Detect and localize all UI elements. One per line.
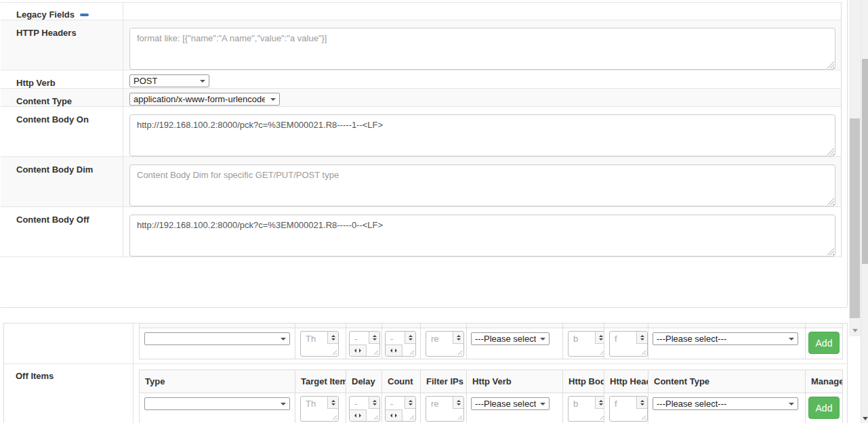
off-add-button[interactable]: Add bbox=[808, 397, 840, 419]
off-count-input[interactable]: - bbox=[385, 396, 416, 422]
on-http-body-input[interactable]: b bbox=[568, 331, 604, 357]
on-items-table: Type Target Item Delay Count Filter IPs … bbox=[139, 324, 843, 359]
http-verb-select[interactable]: POST bbox=[129, 74, 209, 87]
chevron-down-icon bbox=[789, 403, 794, 405]
spinner-updown-icon[interactable] bbox=[327, 397, 338, 409]
on-items-label bbox=[4, 324, 133, 363]
off-filter-ips-input[interactable]: re bbox=[426, 396, 464, 422]
form-row-content-body-off: Content Body Off http://192.168.100.2:80… bbox=[1, 206, 841, 257]
spinner-updown-icon[interactable] bbox=[636, 397, 647, 409]
on-add-button[interactable]: Add bbox=[808, 332, 840, 354]
spinner-updown-icon[interactable] bbox=[636, 332, 647, 344]
chevron-down-icon bbox=[200, 80, 205, 83]
resize-grip-icon[interactable] bbox=[640, 349, 646, 355]
form-row-http-headers: HTTP Headers bbox=[1, 20, 841, 70]
chevron-down-icon bbox=[789, 338, 794, 340]
on-delay-input[interactable]: - bbox=[349, 331, 380, 357]
col-http-body: Http Body bbox=[563, 370, 604, 393]
on-content-type-select[interactable]: ---Please select--- bbox=[653, 332, 798, 345]
off-items-input-row: Th - bbox=[140, 393, 843, 423]
col-manage: Manage bbox=[806, 370, 843, 393]
col-type: Type bbox=[140, 370, 295, 393]
content-type-selected-value: ---Please select--- bbox=[657, 399, 726, 409]
resize-grip-icon[interactable] bbox=[408, 414, 414, 420]
collapse-minus-icon[interactable] bbox=[80, 14, 89, 16]
count-placeholder: - bbox=[390, 399, 393, 409]
http-verb-selected-value: POST bbox=[133, 76, 157, 86]
resize-grip-icon[interactable] bbox=[408, 349, 414, 355]
spinner-updown-icon[interactable] bbox=[327, 332, 338, 344]
on-items-input-row: Th - bbox=[140, 328, 843, 359]
inner-scrollbar[interactable] bbox=[849, 0, 861, 336]
resize-grip-icon[interactable] bbox=[331, 414, 337, 420]
content-type-select[interactable]: application/x-www-form-urlencoded bbox=[129, 93, 280, 106]
content-type-label: Content Type bbox=[1, 89, 123, 106]
resize-grip-icon[interactable] bbox=[456, 414, 462, 420]
off-items-row: Off Items Type Target Item Delay Count F… bbox=[4, 364, 847, 423]
content-body-dim-textarea[interactable] bbox=[129, 164, 835, 206]
content-body-off-textarea[interactable]: http://192.168.100.2:8000/pck?c=%3EM0000… bbox=[129, 215, 835, 257]
content-body-off-label: Content Body Off bbox=[1, 207, 123, 257]
resize-grip-icon[interactable] bbox=[640, 414, 646, 420]
off-http-verb-select[interactable]: ---Please select--- bbox=[471, 397, 550, 410]
chevron-down-icon bbox=[540, 338, 545, 340]
off-target-item-input[interactable]: Th bbox=[300, 396, 339, 422]
spinner-updown-icon[interactable] bbox=[405, 332, 415, 344]
spinner-leftright-icon[interactable] bbox=[386, 409, 402, 421]
on-filter-ips-input[interactable]: re bbox=[426, 331, 464, 357]
col-http-verb: Http Verb bbox=[467, 370, 563, 393]
window-scroll-down-button[interactable] bbox=[861, 414, 868, 423]
off-delay-input[interactable]: - bbox=[349, 396, 380, 422]
resize-grip-icon[interactable] bbox=[598, 349, 604, 355]
resize-grip-icon[interactable] bbox=[331, 349, 337, 355]
spinner-updown-icon[interactable] bbox=[453, 397, 463, 409]
http-headers-textarea[interactable] bbox=[129, 28, 835, 70]
spinner-leftright-icon[interactable] bbox=[350, 344, 367, 356]
http-verb-label: Http Verb bbox=[1, 70, 123, 88]
arrow-down-icon bbox=[852, 329, 858, 332]
content-type-selected-value: ---Please select--- bbox=[657, 334, 726, 344]
resize-grip-icon[interactable] bbox=[456, 349, 462, 355]
inner-scrollbar-thumb[interactable] bbox=[850, 118, 860, 318]
content-type-selected-value: application/x-www-form-urlencoded bbox=[133, 94, 265, 104]
col-target-item: Target Item bbox=[295, 370, 346, 393]
resize-grip-icon[interactable] bbox=[372, 349, 378, 355]
delay-placeholder: - bbox=[354, 334, 357, 344]
spinner-updown-icon[interactable] bbox=[595, 332, 604, 344]
off-items-header-row: Type Target Item Delay Count Filter IPs … bbox=[140, 370, 843, 393]
off-http-header-input[interactable]: f bbox=[609, 396, 648, 422]
window-scrollbar-thumb[interactable] bbox=[862, 59, 868, 264]
delay-placeholder: - bbox=[354, 399, 357, 409]
off-type-select[interactable] bbox=[144, 397, 290, 410]
on-target-item-input[interactable]: Th bbox=[300, 331, 339, 357]
spinner-updown-icon[interactable] bbox=[369, 397, 379, 409]
on-http-header-input[interactable]: f bbox=[609, 331, 648, 357]
off-http-body-input[interactable]: b bbox=[568, 396, 604, 422]
target-item-placeholder: Th bbox=[306, 334, 316, 344]
window-scrollbar[interactable] bbox=[861, 0, 868, 423]
legacy-fields-form: Legacy Fields HTTP Headers Http Verb P bbox=[1, 2, 842, 257]
on-http-verb-select[interactable]: ---Please select--- bbox=[471, 332, 550, 345]
http-header-placeholder: f bbox=[615, 334, 617, 344]
off-content-type-select[interactable]: ---Please select--- bbox=[653, 397, 798, 410]
resize-grip-icon[interactable] bbox=[372, 414, 378, 420]
on-count-input[interactable]: - bbox=[385, 331, 416, 357]
content-body-on-textarea[interactable]: http://192.168.100.2:8000/pck?c=%3EM0000… bbox=[129, 114, 835, 156]
resize-grip-icon[interactable] bbox=[598, 414, 604, 420]
spinner-updown-icon[interactable] bbox=[405, 397, 415, 409]
http-header-placeholder: f bbox=[615, 399, 617, 409]
chevron-down-icon bbox=[270, 98, 276, 101]
spinner-leftright-icon[interactable] bbox=[350, 409, 367, 421]
inner-scroll-down-button[interactable] bbox=[849, 325, 861, 336]
http-body-placeholder: b bbox=[573, 334, 578, 344]
http-headers-label: HTTP Headers bbox=[1, 20, 123, 70]
spinner-updown-icon[interactable] bbox=[595, 397, 604, 409]
spinner-leftright-icon[interactable] bbox=[386, 344, 402, 356]
page-root: Legacy Fields HTTP Headers Http Verb P bbox=[0, 0, 868, 423]
spinner-updown-icon[interactable] bbox=[453, 332, 463, 344]
col-filter-ips: Filter IPs bbox=[421, 370, 467, 393]
spinner-updown-icon[interactable] bbox=[369, 332, 379, 344]
on-items-row: Type Target Item Delay Count Filter IPs … bbox=[4, 324, 847, 364]
on-type-select[interactable] bbox=[144, 332, 290, 345]
col-content-type: Content Type bbox=[648, 370, 806, 393]
